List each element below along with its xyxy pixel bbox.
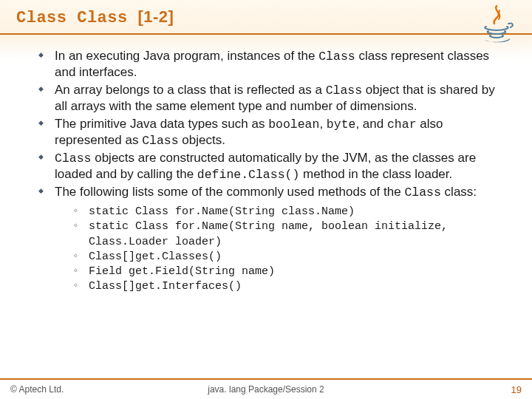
title-bar: Class Class [1-2] — [0, 0, 532, 35]
title-word-1: Class — [16, 9, 67, 27]
content-area: In an executing Java program, instances … — [0, 35, 532, 295]
code-text: Class — [318, 50, 355, 64]
code-text: define.Class() — [197, 168, 300, 182]
session-text: java. lang Package/Session 2 — [208, 384, 324, 395]
list-item: The following lists some of the commonly… — [38, 184, 502, 295]
slide-title: Class Class [1-2] — [16, 7, 516, 27]
text: The following lists some of the commonly… — [55, 185, 404, 199]
list-item: In an executing Java program, instances … — [38, 48, 502, 81]
code-text: Class — [55, 151, 91, 166]
copyright-text: © Aptech Ltd. — [10, 384, 64, 395]
list-item: static Class for.Name(String class.Name) — [74, 205, 502, 219]
text: The primitive Java data types such as — [55, 117, 268, 131]
text: In an executing Java program, instances … — [55, 49, 318, 63]
bullet-list: In an executing Java program, instances … — [38, 48, 502, 295]
code-text: Class — [142, 134, 178, 148]
list-item: The primitive Java data types such as bo… — [38, 116, 502, 149]
page-number: 19 — [511, 384, 522, 395]
list-item: Class objects are constructed automatica… — [38, 150, 502, 183]
list-item: Field get.Field(String name) — [74, 265, 502, 279]
list-item: Class[]get.Classes() — [74, 250, 502, 265]
list-item: Class[]get.Interfaces() — [74, 279, 502, 294]
slide: Class Class [1-2] In an executing Java p… — [0, 0, 532, 399]
code-text: byte — [327, 117, 356, 132]
code-text: char — [387, 117, 417, 132]
java-logo-icon — [474, 3, 519, 44]
text: class: — [441, 185, 477, 199]
code-text: Class — [404, 185, 440, 200]
method-list: static Class for.Name(String class.Name)… — [74, 205, 502, 295]
title-word-2: Class — [77, 9, 128, 27]
text: method in the class loader. — [299, 167, 452, 181]
title-range: [1-2] — [137, 7, 174, 26]
text: objects. — [179, 133, 225, 147]
footer: © Aptech Ltd. java. lang Package/Session… — [0, 378, 532, 399]
text: An array belongs to a class that is refl… — [55, 83, 326, 97]
text: , — [319, 117, 326, 131]
text: , and — [355, 117, 387, 131]
list-item: An array belongs to a class that is refl… — [38, 82, 502, 115]
code-text: boolean — [268, 117, 319, 132]
code-text: Class — [326, 83, 362, 98]
list-item: static Class for.Name(String name, boole… — [74, 219, 502, 250]
